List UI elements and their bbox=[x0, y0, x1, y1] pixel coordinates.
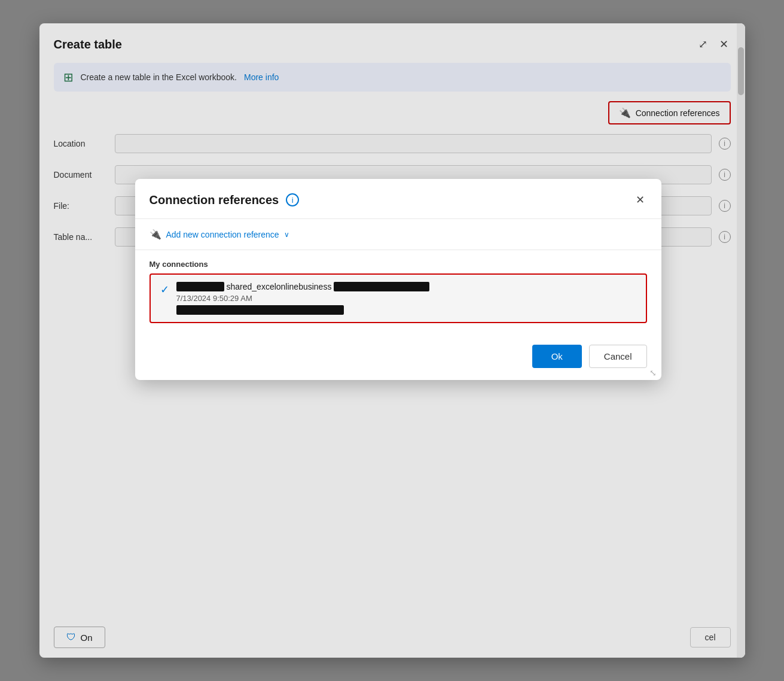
conn-panel-title: Connection references bbox=[150, 193, 279, 207]
conn-panel-title-row: Connection references i bbox=[150, 193, 300, 207]
scrollbar-track bbox=[737, 23, 745, 658]
chevron-down-icon: ∨ bbox=[284, 230, 289, 239]
conn-panel-header: Connection references i ✕ bbox=[135, 179, 661, 219]
add-connection-row: 🔌 Add new connection reference ∨ bbox=[135, 219, 661, 250]
connection-name-suffix-redacted bbox=[334, 282, 429, 291]
expand-icon: ⤢ bbox=[698, 38, 707, 51]
file-label: File: bbox=[54, 201, 108, 211]
main-dialog-header: Create table ⤢ ✕ bbox=[39, 23, 745, 63]
document-label: Document bbox=[54, 170, 108, 180]
connection-timestamp: 7/13/2024 9:50:29 AM bbox=[176, 294, 636, 303]
connection-item[interactable]: ✓ shared_excelonlinebusiness 7/13/2024 9… bbox=[150, 273, 647, 323]
connection-details: shared_excelonlinebusiness 7/13/2024 9:5… bbox=[176, 282, 636, 315]
location-row: Location i bbox=[54, 134, 731, 153]
resize-handle[interactable]: ⤡ bbox=[649, 368, 657, 378]
connection-name-prefix-redacted bbox=[176, 282, 224, 291]
shield-icon: 🛡 bbox=[66, 632, 76, 643]
excel-icon: ⊞ bbox=[63, 70, 74, 84]
main-dialog-title: Create table bbox=[54, 38, 123, 51]
cancel-button-main[interactable]: cel bbox=[690, 627, 731, 647]
info-banner-text: Create a new table in the Excel workbook… bbox=[81, 72, 237, 82]
my-connections-section: My connections ✓ shared_excelonlinebusin… bbox=[135, 250, 661, 333]
conn-panel-footer: Ok Cancel bbox=[135, 333, 661, 380]
add-connection-button[interactable]: 🔌 Add new connection reference ∨ bbox=[150, 229, 289, 240]
my-connections-label: My connections bbox=[150, 260, 647, 269]
close-button[interactable]: ✕ bbox=[717, 35, 731, 53]
header-icons: ⤢ ✕ bbox=[696, 35, 731, 53]
document-info-icon[interactable]: i bbox=[719, 169, 731, 181]
file-info-icon[interactable]: i bbox=[719, 200, 731, 212]
location-info-icon[interactable]: i bbox=[719, 138, 731, 150]
conn-ref-btn-label: Connection references bbox=[636, 108, 720, 118]
ok-button[interactable]: Ok bbox=[532, 345, 582, 368]
main-dialog-footer: 🛡 On cel bbox=[39, 617, 745, 658]
connection-extra-redacted bbox=[176, 305, 344, 315]
plug-icon-blue: 🔌 bbox=[150, 229, 161, 240]
close-icon: ✕ bbox=[719, 38, 728, 51]
connection-name-middle: shared_excelonlinebusiness bbox=[227, 282, 332, 291]
location-input[interactable] bbox=[115, 134, 712, 153]
scrollbar-thumb[interactable] bbox=[738, 47, 744, 95]
table-name-info-icon[interactable]: i bbox=[719, 231, 731, 243]
main-dialog: Create table ⤢ ✕ ⊞ Create a new table in… bbox=[39, 23, 745, 658]
connection-extra-row bbox=[176, 305, 636, 315]
conn-panel-close-button[interactable]: ✕ bbox=[633, 191, 647, 209]
expand-button[interactable]: ⤢ bbox=[696, 35, 710, 53]
plug-icon: 🔌 bbox=[619, 107, 631, 118]
connection-name-row: shared_excelonlinebusiness bbox=[176, 282, 636, 291]
table-name-label: Table na... bbox=[54, 232, 108, 242]
conn-panel-close-icon: ✕ bbox=[636, 194, 645, 206]
more-info-link[interactable]: More info bbox=[244, 72, 279, 82]
conn-panel-info-icon[interactable]: i bbox=[286, 193, 299, 206]
connection-check-icon: ✓ bbox=[160, 283, 169, 296]
conn-ref-btn-container: 🔌 Connection references bbox=[39, 101, 745, 134]
info-banner: ⊞ Create a new table in the Excel workbo… bbox=[54, 63, 731, 92]
connection-references-button[interactable]: 🔌 Connection references bbox=[608, 101, 731, 124]
cancel-button[interactable]: Cancel bbox=[589, 345, 647, 368]
location-label: Location bbox=[54, 139, 108, 148]
on-button[interactable]: 🛡 On bbox=[54, 627, 105, 648]
add-conn-label: Add new connection reference bbox=[166, 230, 279, 239]
on-button-label: On bbox=[81, 633, 93, 643]
connection-references-panel: Connection references i ✕ 🔌 Add new conn… bbox=[135, 179, 661, 380]
